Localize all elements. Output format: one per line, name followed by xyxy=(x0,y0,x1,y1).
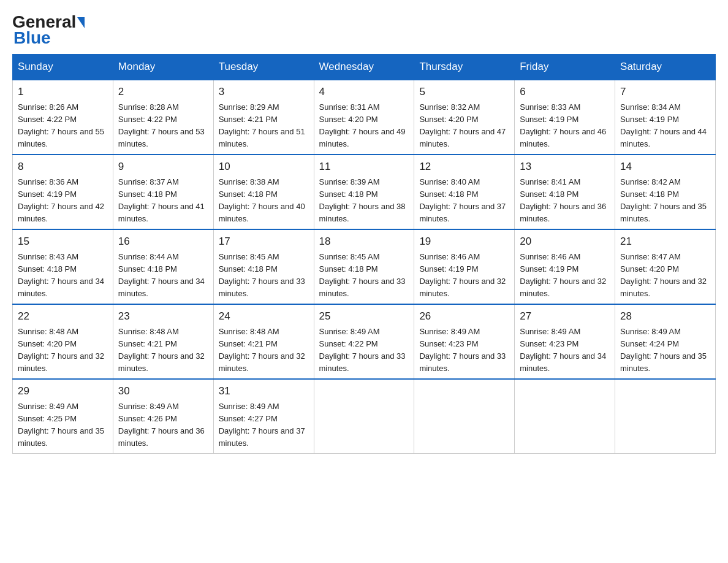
calendar-week-row: 15Sunrise: 8:43 AMSunset: 4:18 PMDayligh… xyxy=(13,229,716,304)
calendar-day-30: 30Sunrise: 8:49 AMSunset: 4:26 PMDayligh… xyxy=(113,379,213,454)
calendar-day-3: 3Sunrise: 8:29 AMSunset: 4:21 PMDaylight… xyxy=(213,80,314,155)
day-info: Sunrise: 8:44 AMSunset: 4:18 PMDaylight:… xyxy=(118,252,205,298)
day-number: 30 xyxy=(118,383,208,399)
day-number: 28 xyxy=(620,308,710,324)
calendar-day-18: 18Sunrise: 8:45 AMSunset: 4:18 PMDayligh… xyxy=(314,229,414,304)
calendar-day-26: 26Sunrise: 8:49 AMSunset: 4:23 PMDayligh… xyxy=(414,304,515,379)
day-info: Sunrise: 8:49 AMSunset: 4:24 PMDaylight:… xyxy=(620,327,707,373)
day-number: 23 xyxy=(118,308,208,324)
day-info: Sunrise: 8:48 AMSunset: 4:20 PMDaylight:… xyxy=(18,327,104,373)
calendar-day-29: 29Sunrise: 8:49 AMSunset: 4:25 PMDayligh… xyxy=(13,379,113,454)
calendar-day-31: 31Sunrise: 8:49 AMSunset: 4:27 PMDayligh… xyxy=(213,379,314,454)
calendar-header-row: SundayMondayTuesdayWednesdayThursdayFrid… xyxy=(13,55,716,80)
calendar-day-23: 23Sunrise: 8:48 AMSunset: 4:21 PMDayligh… xyxy=(113,304,213,379)
calendar-day-10: 10Sunrise: 8:38 AMSunset: 4:18 PMDayligh… xyxy=(213,155,314,229)
weekday-header-wednesday: Wednesday xyxy=(314,55,414,80)
calendar-day-28: 28Sunrise: 8:49 AMSunset: 4:24 PMDayligh… xyxy=(615,304,716,379)
day-info: Sunrise: 8:36 AMSunset: 4:19 PMDaylight:… xyxy=(18,177,104,223)
day-info: Sunrise: 8:48 AMSunset: 4:21 PMDaylight:… xyxy=(219,327,305,373)
day-info: Sunrise: 8:41 AMSunset: 4:18 PMDaylight:… xyxy=(520,177,606,223)
day-number: 16 xyxy=(118,234,208,250)
day-number: 3 xyxy=(219,84,309,100)
weekday-header-tuesday: Tuesday xyxy=(213,55,314,80)
calendar-day-24: 24Sunrise: 8:48 AMSunset: 4:21 PMDayligh… xyxy=(213,304,314,379)
calendar-day-2: 2Sunrise: 8:28 AMSunset: 4:22 PMDaylight… xyxy=(113,80,213,155)
day-info: Sunrise: 8:49 AMSunset: 4:25 PMDaylight:… xyxy=(18,402,104,448)
day-number: 5 xyxy=(419,84,509,100)
calendar-day-20: 20Sunrise: 8:46 AMSunset: 4:19 PMDayligh… xyxy=(515,229,615,304)
day-info: Sunrise: 8:29 AMSunset: 4:21 PMDaylight:… xyxy=(219,102,305,148)
weekday-header-monday: Monday xyxy=(113,55,213,80)
day-info: Sunrise: 8:49 AMSunset: 4:26 PMDaylight:… xyxy=(118,402,205,448)
calendar-day-1: 1Sunrise: 8:26 AMSunset: 4:22 PMDaylight… xyxy=(13,80,113,155)
day-info: Sunrise: 8:46 AMSunset: 4:19 PMDaylight:… xyxy=(419,252,506,298)
day-number: 25 xyxy=(319,308,409,324)
calendar-day-15: 15Sunrise: 8:43 AMSunset: 4:18 PMDayligh… xyxy=(13,229,113,304)
day-info: Sunrise: 8:33 AMSunset: 4:19 PMDaylight:… xyxy=(520,102,606,148)
calendar-day-21: 21Sunrise: 8:47 AMSunset: 4:20 PMDayligh… xyxy=(615,229,716,304)
calendar-day-17: 17Sunrise: 8:45 AMSunset: 4:18 PMDayligh… xyxy=(213,229,314,304)
day-number: 24 xyxy=(219,308,309,324)
calendar-empty-cell xyxy=(615,379,716,454)
calendar-week-row: 1Sunrise: 8:26 AMSunset: 4:22 PMDaylight… xyxy=(13,80,716,155)
day-number: 26 xyxy=(419,308,509,324)
day-info: Sunrise: 8:40 AMSunset: 4:18 PMDaylight:… xyxy=(419,177,506,223)
calendar-day-14: 14Sunrise: 8:42 AMSunset: 4:18 PMDayligh… xyxy=(615,155,716,229)
calendar-empty-cell xyxy=(314,379,414,454)
day-info: Sunrise: 8:38 AMSunset: 4:18 PMDaylight:… xyxy=(219,177,305,223)
calendar-empty-cell xyxy=(515,379,615,454)
weekday-header-friday: Friday xyxy=(515,55,615,80)
calendar-empty-cell xyxy=(414,379,515,454)
day-info: Sunrise: 8:45 AMSunset: 4:18 PMDaylight:… xyxy=(319,252,406,298)
day-info: Sunrise: 8:39 AMSunset: 4:18 PMDaylight:… xyxy=(319,177,406,223)
logo-arrow-icon xyxy=(77,17,85,28)
calendar-day-13: 13Sunrise: 8:41 AMSunset: 4:18 PMDayligh… xyxy=(515,155,615,229)
day-number: 1 xyxy=(18,84,108,100)
calendar-week-row: 29Sunrise: 8:49 AMSunset: 4:25 PMDayligh… xyxy=(13,379,716,454)
day-number: 10 xyxy=(219,159,309,175)
calendar-table: SundayMondayTuesdayWednesdayThursdayFrid… xyxy=(12,54,716,454)
calendar-day-6: 6Sunrise: 8:33 AMSunset: 4:19 PMDaylight… xyxy=(515,80,615,155)
day-number: 17 xyxy=(219,234,309,250)
day-number: 11 xyxy=(319,159,409,175)
day-info: Sunrise: 8:47 AMSunset: 4:20 PMDaylight:… xyxy=(620,252,707,298)
day-number: 2 xyxy=(118,84,208,100)
day-number: 6 xyxy=(520,84,610,100)
day-number: 4 xyxy=(319,84,409,100)
calendar-day-5: 5Sunrise: 8:32 AMSunset: 4:20 PMDaylight… xyxy=(414,80,515,155)
day-info: Sunrise: 8:43 AMSunset: 4:18 PMDaylight:… xyxy=(18,252,104,298)
day-number: 18 xyxy=(319,234,409,250)
calendar-day-11: 11Sunrise: 8:39 AMSunset: 4:18 PMDayligh… xyxy=(314,155,414,229)
day-info: Sunrise: 8:49 AMSunset: 4:22 PMDaylight:… xyxy=(319,327,406,373)
calendar-day-7: 7Sunrise: 8:34 AMSunset: 4:19 PMDaylight… xyxy=(615,80,716,155)
day-info: Sunrise: 8:32 AMSunset: 4:20 PMDaylight:… xyxy=(419,102,506,148)
day-number: 31 xyxy=(219,383,309,399)
day-number: 29 xyxy=(18,383,108,399)
day-number: 20 xyxy=(520,234,610,250)
calendar-week-row: 22Sunrise: 8:48 AMSunset: 4:20 PMDayligh… xyxy=(13,304,716,379)
day-number: 27 xyxy=(520,308,610,324)
weekday-header-saturday: Saturday xyxy=(615,55,716,80)
day-number: 21 xyxy=(620,234,710,250)
calendar-day-4: 4Sunrise: 8:31 AMSunset: 4:20 PMDaylight… xyxy=(314,80,414,155)
calendar-day-27: 27Sunrise: 8:49 AMSunset: 4:23 PMDayligh… xyxy=(515,304,615,379)
calendar-week-row: 8Sunrise: 8:36 AMSunset: 4:19 PMDaylight… xyxy=(13,155,716,229)
page-header: General Blue xyxy=(12,12,716,48)
weekday-header-thursday: Thursday xyxy=(414,55,515,80)
day-info: Sunrise: 8:49 AMSunset: 4:27 PMDaylight:… xyxy=(219,402,305,448)
day-info: Sunrise: 8:42 AMSunset: 4:18 PMDaylight:… xyxy=(620,177,707,223)
day-info: Sunrise: 8:49 AMSunset: 4:23 PMDaylight:… xyxy=(520,327,606,373)
day-number: 19 xyxy=(419,234,509,250)
day-number: 13 xyxy=(520,159,610,175)
day-number: 7 xyxy=(620,84,710,100)
day-number: 12 xyxy=(419,159,509,175)
day-info: Sunrise: 8:34 AMSunset: 4:19 PMDaylight:… xyxy=(620,102,707,148)
calendar-day-16: 16Sunrise: 8:44 AMSunset: 4:18 PMDayligh… xyxy=(113,229,213,304)
day-info: Sunrise: 8:45 AMSunset: 4:18 PMDaylight:… xyxy=(219,252,305,298)
day-info: Sunrise: 8:26 AMSunset: 4:22 PMDaylight:… xyxy=(18,102,104,148)
logo: General Blue xyxy=(12,12,85,48)
day-number: 15 xyxy=(18,234,108,250)
calendar-day-25: 25Sunrise: 8:49 AMSunset: 4:22 PMDayligh… xyxy=(314,304,414,379)
day-number: 22 xyxy=(18,308,108,324)
calendar-day-8: 8Sunrise: 8:36 AMSunset: 4:19 PMDaylight… xyxy=(13,155,113,229)
